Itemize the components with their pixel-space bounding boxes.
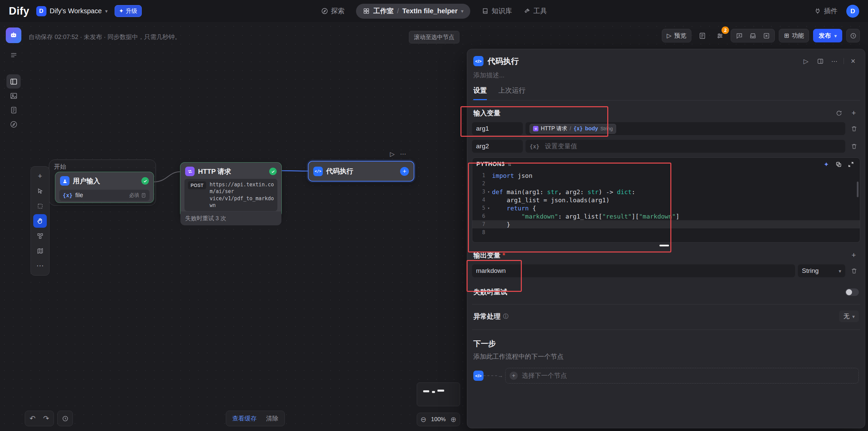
zoom-out-button[interactable]: ⊖ [420,415,427,424]
run-node-button[interactable]: ▷ [800,55,812,67]
output-type-select[interactable]: String ▾ [798,264,845,277]
pointer-mode-button[interactable] [33,184,47,198]
inbox-button[interactable] [746,29,760,42]
add-output-button[interactable]: + [849,250,859,260]
copy-code-button[interactable] [833,159,844,169]
map-icon [37,247,44,255]
editor-scrollbar[interactable] [857,182,859,197]
output-vars-title: 输出变量 [473,251,500,260]
view-cache-button[interactable]: 查看缓存 [228,412,261,425]
versions-button[interactable]: 2 [713,29,727,42]
nav-tools[interactable]: 工具 [524,6,547,16]
next-step-row: </> → + 选择下一个节点 [472,361,860,383]
retry-toggle[interactable] [845,288,859,296]
refresh-vars-button[interactable] [834,108,844,118]
zoom-in-button[interactable]: ⊕ [450,415,456,424]
nav-explore[interactable]: 探索 [321,6,344,16]
required-mark: * [502,251,505,259]
close-panel-button[interactable]: × [847,55,859,67]
error-handling-select[interactable]: 无 ▾ [839,311,859,322]
expand-code-button[interactable] [846,159,856,169]
success-check-icon [269,168,277,175]
var-value-input[interactable]: {x} 设置变量值 [526,140,845,153]
undo-button[interactable]: ↶ [26,412,39,425]
plugins-button[interactable]: 插件 [814,6,837,16]
var-name-input[interactable]: arg1 [472,122,523,135]
http-endpoint[interactable]: POST https://api.textin.com/ai/service/v… [184,179,277,211]
workspace-selector[interactable]: D Dify's Workspace ▾ [36,6,108,16]
tab-last-run[interactable]: 上次运行 [498,86,526,100]
notes-button[interactable] [6,103,21,117]
code-line[interactable]: 6 "markdown": arg1_list["result"]["markd… [472,212,860,220]
hand-mode-button[interactable] [33,214,47,228]
redo-button[interactable]: ↷ [39,412,53,425]
canvas-view-button[interactable] [6,74,21,89]
organize-button[interactable] [33,229,47,243]
select-mode-button[interactable] [33,199,47,213]
variable-reference-chip[interactable]: HTTP 请求 / {x} body String [530,124,616,134]
publish-label: 发布 [818,32,831,40]
tab-settings[interactable]: 设置 [473,86,487,100]
code-line[interactable]: 2 [472,180,860,188]
trash-icon [851,143,857,150]
nav-knowledge-label: 知识库 [492,6,512,16]
code-line[interactable]: 3▾def main(arg1: str, arg2: str) -> dict… [472,188,860,196]
code-line[interactable]: 1import json [472,171,860,180]
layers-button[interactable] [6,48,21,62]
add-variable-button[interactable]: + [849,108,859,118]
preview-button[interactable]: ▷ 预览 [662,29,692,42]
nav-studio-breadcrumb[interactable]: 工作室 / TextIn file_helper ▾ [356,4,470,19]
document-icon [10,106,18,114]
media-button[interactable] [6,89,21,103]
code-line[interactable]: 8 [472,228,860,237]
ai-generate-button[interactable]: ✦ [821,159,831,169]
panel-more-button[interactable]: ⋯ [829,55,840,67]
user-avatar[interactable]: D [846,5,859,18]
delete-variable-button[interactable] [848,123,860,135]
language-selector[interactable]: PYTHON3 [476,161,505,168]
app-avatar[interactable] [6,27,21,43]
node-user-input[interactable]: 用户输入 {x} file 必填 [55,172,154,203]
select-next-node-button[interactable]: + 选择下一个节点 [505,368,859,383]
description-placeholder[interactable]: 添加描述... [472,67,860,80]
delete-variable-button[interactable] [848,140,860,152]
nav-knowledge[interactable]: 知识库 [482,6,512,16]
explore-button[interactable] [6,117,21,131]
features-button[interactable]: ⊞ 功能 [779,29,809,42]
add-next-node-button[interactable]: + [400,167,409,176]
code-line[interactable]: 7 } [472,220,860,228]
toolbar-more-button[interactable]: ⋯ [33,259,47,273]
node-more-button[interactable]: ⋯ [400,150,406,158]
frame-button[interactable] [760,29,773,42]
code-editor-header: PYTHON3 ⇅ ✦ [472,158,860,171]
var-name-input[interactable]: arg2 [472,140,523,153]
trash-icon [851,125,857,132]
chip-node-name: HTTP 请求 [541,125,567,132]
upgrade-button[interactable]: ✦ 升级 [115,5,142,17]
publish-button[interactable]: 发布 ▾ [813,29,842,42]
run-node-button[interactable]: ▷ [390,150,395,158]
checklist-button[interactable] [695,29,709,42]
compass-icon [10,120,18,128]
add-node-button[interactable]: + [33,169,47,183]
map-button[interactable] [33,244,47,258]
var-value-input[interactable]: HTTP 请求 / {x} body String [526,122,845,135]
minimap[interactable] [417,382,460,406]
clear-cache-button[interactable]: 清除 [262,412,282,425]
node-code-execution[interactable]: </> 代码执行 + [308,161,414,182]
features-label: 功能 [792,32,804,40]
node-http-request[interactable]: HTTP 请求 POST https://api.textin.com/ai/s… [180,162,282,218]
code-editor[interactable]: PYTHON3 ⇅ ✦ 1import json23▾def main(arg1… [472,157,860,243]
split-view-button[interactable] [814,55,826,67]
node-variable-row[interactable]: {x} file 必填 [59,190,150,201]
language-switch-icon[interactable]: ⇅ [508,162,512,167]
scroll-to-node-button[interactable]: 滚动至选中节点 [409,31,459,43]
history-button[interactable] [846,29,860,42]
code-line[interactable]: 4 arg1_list = json.loads(arg1) [472,196,860,204]
chevron-down-icon: ▾ [105,8,108,14]
code-line[interactable]: 5▾ return { [472,204,860,212]
change-history-button[interactable] [58,412,72,425]
delete-output-button[interactable] [848,265,860,277]
output-name-input[interactable]: markdown [472,264,795,277]
chat-button[interactable] [732,29,746,42]
